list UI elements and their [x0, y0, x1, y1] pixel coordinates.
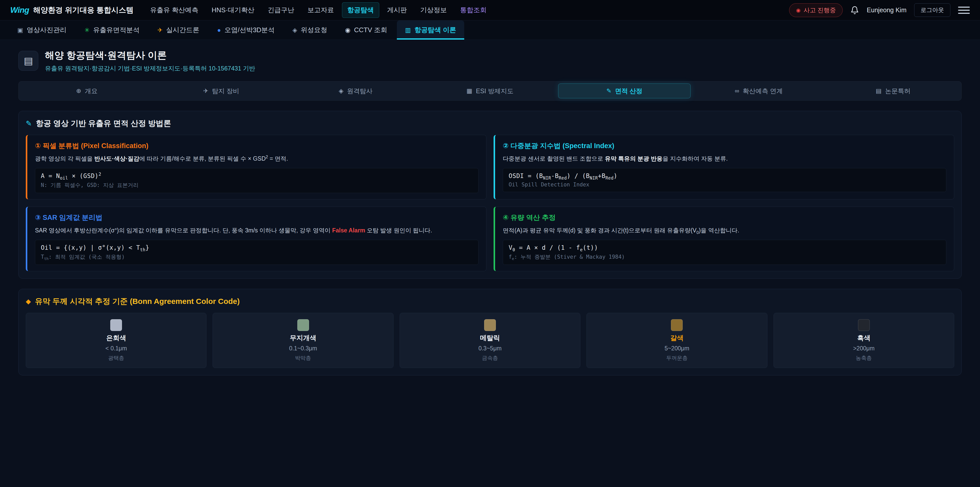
thickness-name: 갈색	[670, 334, 683, 342]
topnav-item[interactable]: 통합조회	[455, 2, 492, 18]
formula-text: Oil = {(x,y) | σ°(x,y) < Tth}	[41, 244, 473, 251]
incident-alert-icon: ◉	[796, 7, 800, 13]
user-name: Eunjeong Kim	[867, 6, 907, 14]
subnav-tab[interactable]: ◈위성요청	[284, 21, 335, 40]
satellite-icon: ◈	[339, 87, 343, 94]
incident-alert-label: 사고 진행중	[803, 6, 836, 14]
formula-note: N: 기름 픽셀수, GSD: 지상 표본거리	[41, 182, 473, 189]
formula-block: Oil = {(x,y) | σ°(x,y) < Tth} Tth: 최적 임계…	[35, 240, 479, 265]
section-tab[interactable]: ✈탐지 장비	[155, 83, 288, 98]
method-card-description: 다중분광 센서로 촬영된 밴드 조합으로 유막 특유의 분광 반응을 지수화하여…	[503, 154, 946, 163]
subnav-tab[interactable]: ▥항공탐색 이론	[397, 21, 464, 40]
page-title: 해양 항공탐색·원격탐사 이론	[45, 49, 255, 62]
thickness-range: 5~200μm	[665, 345, 689, 352]
section-tab-label: 원격탐사	[347, 87, 372, 95]
thickness-name: 흑색	[857, 334, 870, 342]
app-logo: Wing	[10, 5, 29, 15]
topnav-item[interactable]: 기상정보	[415, 2, 452, 18]
thickness-card: 무지개색 0.1~0.3μm 박막층	[213, 313, 393, 368]
method-card: ② 다중분광 지수법 (Spectral Index) 다중분광 센서로 촬영된…	[493, 135, 954, 200]
thickness-card: 메탈릭 0.3~5μm 금속층	[400, 313, 580, 368]
section-tab-label: 개요	[85, 87, 97, 95]
thickness-layer: 박막층	[295, 354, 311, 362]
subnav-tab[interactable]: ▣영상사진관리	[9, 21, 75, 40]
page-subtitle: 유출유 원격탐지·항공감시 기법·ESI 방제정보지도·등록특허 10-1567…	[45, 64, 255, 72]
satellite-icon: ◈	[293, 27, 297, 34]
method-card: ① 픽셀 분류법 (Pixel Classification) 광학 영상의 각…	[26, 135, 487, 200]
brand[interactable]: Wing 해양환경 위기대응 통합시스템	[10, 5, 134, 15]
subnav-tab-label: 영상사진관리	[27, 26, 67, 35]
formula-text: OSDI = (BNIR-BRed) / (BNIR+BRed)	[509, 172, 940, 179]
section-tab[interactable]: ⊕개요	[21, 83, 153, 98]
topnav-item[interactable]: 게시판	[382, 2, 412, 18]
notification-bell-icon[interactable]	[850, 6, 859, 14]
subnav-tab[interactable]: ●오염/선박3D분석	[209, 21, 283, 40]
section-tab[interactable]: ▤논문특허	[827, 83, 959, 98]
topnav-right: ◉ 사고 진행중 Eunjeong Kim 로그아웃	[789, 3, 970, 17]
subnav-tab[interactable]: ◉CCTV 조회	[337, 21, 395, 40]
method-card-description: 광학 영상의 각 픽셀을 반사도·색상·질감에 따라 기름/해수로 분류, 분류…	[35, 154, 479, 163]
globe-icon: ⊕	[76, 87, 81, 94]
topnav-item[interactable]: 항공탐색	[342, 2, 379, 18]
bonn-title-text: 유막 두께 시각적 추정 기준 (Bonn Agreement Color Co…	[35, 296, 240, 307]
formula-block: OSDI = (BNIR-BRed) / (BNIR+BRed) Oil Spi…	[503, 168, 946, 192]
hamburger-menu-icon[interactable]	[958, 5, 970, 15]
thickness-layer: 광택층	[108, 354, 124, 362]
methodology-title: ✎ 항공 영상 기반 유출유 면적 산정 방법론	[26, 118, 954, 129]
logout-button[interactable]: 로그아웃	[914, 3, 950, 17]
theory-chart-icon: ▥	[405, 27, 411, 34]
section-tab-label: 면적 산정	[615, 87, 642, 95]
thickness-card: 은회색 < 0.1μm 광택층	[26, 313, 207, 368]
section-tab-label: 탐지 장비	[212, 87, 239, 95]
thickness-range: 0.3~5μm	[479, 345, 502, 352]
subnav-tab[interactable]: ✈실시간드론	[149, 21, 207, 40]
color-swatch	[671, 319, 682, 331]
color-swatch	[484, 319, 496, 331]
method-card-title: ③ SAR 임계값 분리법	[35, 213, 479, 222]
topnav-item[interactable]: 유출유 확산예측	[145, 2, 204, 18]
method-card-description: 면적(A)과 평균 유막 두께(d) 및 풍화 경과 시간(t)으로부터 원래 …	[503, 226, 946, 235]
bonn-grid: 은회색 < 0.1μm 광택층 무지개색 0.1~0.3μm 박막층 메탈릭 0…	[26, 313, 954, 368]
section-tab[interactable]: ◈원격탐사	[290, 83, 422, 98]
section-tab[interactable]: ∞확산예측 연계	[693, 83, 825, 98]
topnav-menu: 유출유 확산예측HNS·대기확산긴급구난보고자료항공탐색게시판기상정보통합조회	[145, 2, 778, 18]
section-tab-label: 확산예측 연계	[743, 87, 783, 95]
topnav-item[interactable]: 긴급구난	[262, 2, 300, 18]
subnav-tab-label: 항공탐색 이론	[414, 26, 456, 35]
thickness-card: 흑색 >200μm 농축층	[773, 313, 954, 368]
topnav-item[interactable]: 보고자료	[302, 2, 339, 18]
topnav-item[interactable]: HNS·대기확산	[206, 2, 260, 18]
plane-icon: ✈	[203, 87, 208, 94]
formula-note: Tth: 최적 임계값 (국소 적응형)	[41, 253, 473, 260]
section-tab[interactable]: ▦ESI 방제지도	[424, 83, 556, 98]
incident-status-badge[interactable]: ◉ 사고 진행중	[789, 3, 843, 17]
section-tab[interactable]: ✎면적 산정	[558, 83, 690, 98]
subnav-tab-label: 유출유면적분석	[93, 26, 140, 35]
methodology-title-text: 항공 영상 기반 유출유 면적 산정 방법론	[36, 118, 171, 129]
method-card-title: ④ 유량 역산 추정	[503, 213, 946, 222]
pencil-icon: ✎	[26, 119, 32, 128]
subnav-tab[interactable]: ✳유출유면적분석	[76, 21, 148, 40]
formula-text: A = Noil × (GSD)2	[41, 172, 473, 179]
methodology-panel: ✎ 항공 영상 기반 유출유 면적 산정 방법론 ① 픽셀 분류법 (Pixel…	[18, 111, 962, 279]
method-card-description: SAR 영상에서 후방산란계수(σ°)의 임계값 이하를 유막으로 판정합니다.…	[35, 226, 479, 235]
formula-block: V0 = A × d / (1 - fe(t)) fe: 누적 증발분 (Sti…	[503, 240, 946, 265]
page-header-text: 해양 항공탐색·원격탐사 이론 유출유 원격탐지·항공감시 기법·ESI 방제정…	[45, 49, 255, 72]
cctv-icon: ◉	[345, 27, 350, 34]
subnav-tab-label: CCTV 조회	[354, 26, 387, 35]
formula-note: Oil Spill Detection Index	[509, 182, 940, 188]
thickness-name: 무지개색	[290, 334, 317, 342]
image-gallery-icon: ▣	[18, 27, 23, 34]
thickness-range: >200μm	[853, 345, 875, 352]
subnav-tab-label: 위성요청	[301, 26, 327, 35]
formula-note: fe: 누적 증발분 (Stiver & Mackay 1984)	[509, 253, 940, 260]
palette-icon: ◆	[26, 297, 31, 305]
subnav-tab-label: 오염/선박3D분석	[224, 26, 274, 35]
thickness-layer: 금속층	[482, 354, 498, 362]
thickness-range: < 0.1μm	[105, 345, 127, 352]
bonn-section: ◆ 유막 두께 시각적 추정 기준 (Bonn Agreement Color …	[18, 289, 962, 375]
thickness-name: 메탈릭	[480, 334, 500, 342]
thickness-range: 0.1~0.3μm	[289, 345, 317, 352]
pencil-icon: ✎	[606, 87, 611, 94]
link-icon: ∞	[735, 87, 739, 94]
